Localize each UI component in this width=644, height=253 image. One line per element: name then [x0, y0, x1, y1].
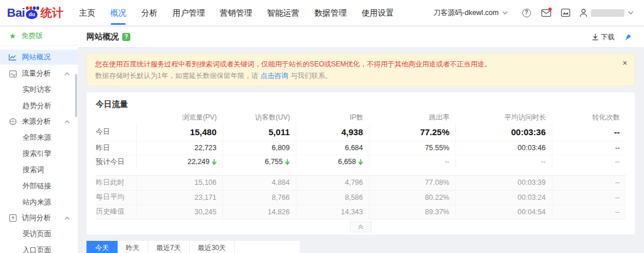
collapse-row [96, 219, 626, 235]
top-right-cluster: 刀客源码-dkewl.com ? [434, 7, 634, 18]
baidu-tongji-logo[interactable]: Bai du 统计 [7, 0, 63, 26]
trend-down-icon [212, 159, 217, 165]
sidebar-group-traffic-analysis[interactable]: 流量分析 [0, 66, 78, 81]
nav-home[interactable]: 主页 [79, 0, 95, 26]
tab-yesterday[interactable]: 昨天 [118, 241, 148, 253]
chevron-up-icon [65, 217, 70, 220]
main-content: 网站概况 ? 下载 您在使用百度统计服务过程中看到搜索词或者关键词，仅能用于站长… [78, 27, 644, 253]
username-redacted [591, 9, 624, 17]
logo-text-product: 统计 [40, 5, 63, 21]
table-row-yesterday: 昨日 22,723 6,809 6,684 75.55% 00:03:46 -- [96, 141, 626, 155]
baidu-paw-icon: du [25, 6, 39, 20]
user-menu[interactable] [579, 9, 634, 17]
table-row-today: 今日 15,480 5,011 4,938 77.25% 00:03:36 -- [96, 124, 626, 141]
sidebar-item-label: 网站概况 [22, 53, 51, 62]
gallery-icon[interactable] [560, 7, 571, 18]
top-bar: Bai du 统计 主页 概况 分析 用户管理 营销管理 智能运营 数据管理 使… [0, 0, 644, 26]
traffic-table: 浏览量(PV) 访客数(UV) IP数 跳出率 平均访问时长 转化次数 今日 1… [96, 111, 626, 169]
sidebar-item-search-engines[interactable]: 搜索引擎 [0, 146, 78, 162]
pin-icon[interactable] [624, 33, 632, 42]
sidebar-nav: 网站概况 流量分析 实时访客 趋势分析 来源分析 全部来源 搜索引擎 搜索词 [0, 50, 78, 253]
reference-table: 昨日此时 15,106 4,884 4,796 77.08% 00:03:39 … [96, 176, 626, 219]
sidebar-item-trend-analysis[interactable]: 趋势分析 [0, 98, 78, 114]
col-ip: IP数 [296, 111, 369, 124]
sidebar-group-visit-analysis[interactable]: 访问分析 [0, 210, 78, 226]
user-icon [579, 9, 587, 17]
chevron-up-icon [65, 72, 70, 76]
nav-analysis[interactable]: 分析 [141, 0, 157, 26]
sidebar-item-search-terms[interactable]: 搜索词 [0, 162, 78, 178]
chevron-down-icon [628, 11, 634, 14]
logo-text-bai: Bai [7, 6, 25, 20]
sidebar: ★ 免费版 网站概况 流量分析 实时访客 趋势分析 [0, 27, 78, 253]
nav-user-management[interactable]: 用户管理 [172, 0, 205, 26]
col-uv: 访客数(UV) [223, 111, 296, 124]
sidebar-item-realtime-visitors[interactable]: 实时访客 [0, 81, 78, 98]
today-traffic-card: 今日流量 浏览量(PV) 访客数(UV) IP数 跳出率 平均访问时长 转化次数 [86, 92, 635, 235]
sidebar-scrollbar-thumb[interactable] [75, 74, 77, 117]
consult-link[interactable]: 点击咨询 [261, 72, 288, 80]
traffic-icon [9, 70, 17, 78]
close-icon[interactable]: × [623, 59, 627, 67]
site-selector-label: 刀客源码-dkewl.com [434, 8, 499, 18]
nav-overview[interactable]: 概况 [110, 0, 126, 26]
sidebar-group-label: 来源分析 [22, 117, 51, 127]
help-icon[interactable]: ? [521, 7, 532, 18]
sidebar-item-all-sources[interactable]: 全部来源 [0, 129, 78, 146]
source-icon [9, 118, 17, 126]
plan-label: 免费版 [21, 31, 43, 41]
nav-marketing[interactable]: 营销管理 [220, 0, 252, 26]
plan-badge-free[interactable]: ★ 免费版 [0, 27, 78, 46]
col-pv: 浏览量(PV) [136, 111, 223, 124]
notice-line2: 数据存储时长默认为1年，如需延长数据保留年限，请点击咨询与我们联系。 [95, 70, 617, 81]
col-conversions: 转化次数 [552, 111, 626, 124]
mail-icon[interactable] [540, 7, 552, 18]
trend-down-icon [285, 159, 290, 165]
nav-smart-ops[interactable]: 智能运营 [267, 0, 299, 26]
sidebar-group-label: 访问分析 [22, 213, 51, 223]
collapse-button[interactable] [350, 221, 372, 232]
sidebar-group-source-analysis[interactable]: 来源分析 [0, 114, 78, 129]
table-row-forecast-today: 预计今日 22,249 6,755 6,658 -- -- -- [96, 155, 626, 169]
tab-last-7-days[interactable]: 最近7天 [148, 241, 190, 253]
sidebar-group-label: 流量分析 [22, 69, 51, 79]
content-header: 网站概况 ? 下载 [78, 27, 644, 48]
section-divider [96, 169, 626, 176]
sidebar-item-visited-pages[interactable]: 受访页面 [0, 226, 78, 242]
page-help-icon[interactable]: ? [122, 33, 130, 41]
table-header-row: 浏览量(PV) 访客数(UV) IP数 跳出率 平均访问时长 转化次数 [96, 111, 626, 124]
double-chevron-up-icon [357, 224, 364, 230]
col-bounce: 跳出率 [369, 111, 455, 124]
tab-today[interactable]: 今天 [86, 241, 118, 253]
page-title: 网站概况 [86, 32, 119, 42]
chevron-up-icon [65, 120, 70, 124]
site-selector[interactable]: 刀客源码-dkewl.com [434, 8, 508, 18]
nav-data-management[interactable]: 数据管理 [314, 0, 347, 26]
table-row-historical-peak: 历史峰值 30,245 14,826 14,343 89.37% 00:04:5… [96, 204, 626, 219]
notice-banner: 您在使用百度统计服务过程中看到搜索词或者关键词，仅能用于站长的SEO或SEM优化… [86, 54, 635, 86]
star-icon: ★ [9, 32, 16, 40]
date-range-tabs: 今天 昨天 最近7天 最近30天 [86, 241, 300, 253]
sidebar-item-entry-pages[interactable]: 入口页面 [0, 242, 78, 253]
line-chart-icon [9, 53, 17, 61]
table-row-daily-average: 每日平均 23,171 8,766 8,586 80.22% 00:03:24 … [96, 190, 626, 204]
download-icon [592, 34, 598, 40]
main-nav: 主页 概况 分析 用户管理 营销管理 智能运营 数据管理 使用设置 [71, 0, 401, 26]
chevron-down-icon [502, 11, 508, 14]
nav-settings[interactable]: 使用设置 [361, 0, 394, 26]
sidebar-item-external-links[interactable]: 外部链接 [0, 178, 78, 194]
notice-line1: 您在使用百度统计服务过程中看到搜索词或者关键词，仅能用于站长的SEO或SEM优化… [95, 58, 617, 70]
card-title: 今日流量 [96, 99, 626, 111]
baidu-tongji-app: Bai du 统计 主页 概况 分析 用户管理 营销管理 智能运营 数据管理 使… [0, 0, 644, 253]
sidebar-item-site-overview[interactable]: 网站概况 [0, 50, 78, 65]
tab-last-30-days[interactable]: 最近30天 [190, 241, 235, 253]
sidebar-item-internal-sources[interactable]: 站内来源 [0, 194, 78, 210]
visit-icon [9, 214, 17, 222]
table-row-yesterday-now: 昨日此时 15,106 4,884 4,796 77.08% 00:03:39 … [96, 176, 626, 190]
notification-dot [548, 8, 552, 11]
trend-down-icon [358, 159, 363, 165]
col-duration: 平均访问时长 [455, 111, 552, 124]
download-label: 下载 [601, 32, 615, 42]
download-button[interactable]: 下载 [592, 32, 615, 42]
